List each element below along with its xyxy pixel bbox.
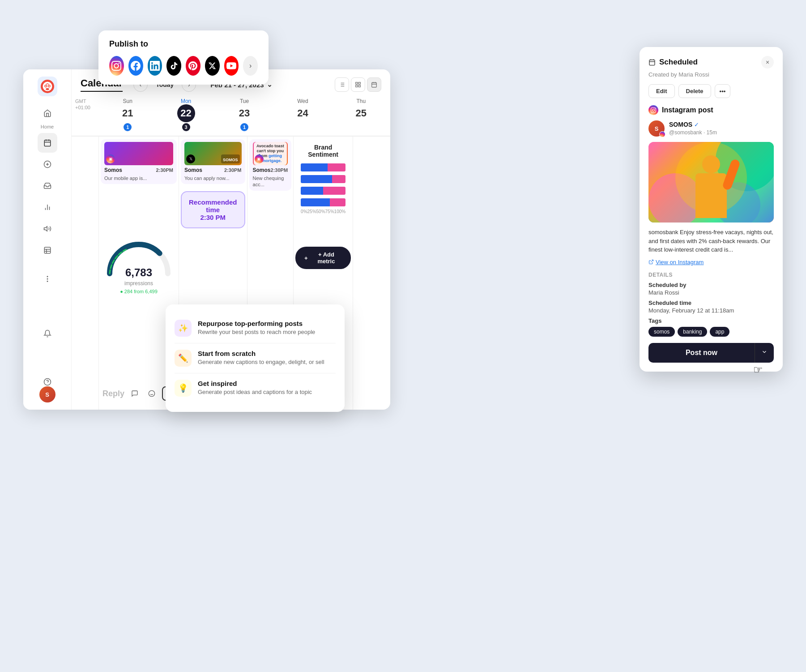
ai-assistant-panel: ✨ Repurpose top-performing posts Rewrite… — [166, 304, 345, 412]
user-avatar[interactable]: S — [39, 386, 55, 402]
scheduled-panel: Scheduled × Created by Maria Rossi Edit … — [640, 47, 783, 372]
bar-pink-2 — [332, 175, 345, 183]
post-header-tue: Somos 2:30PM — [253, 167, 288, 173]
more-options-button[interactable]: ••• — [715, 84, 731, 98]
ai-scratch-item[interactable]: ✏️ Start from scratch Generate new capti… — [175, 343, 336, 373]
post-image-sun: ▣ — [104, 142, 173, 165]
post-time-sun: 2:30PM — [156, 167, 173, 173]
account-row: S SOMOS ✓ @somosbank · 15m — [648, 120, 774, 137]
tags-row: Tags somos banking app — [648, 317, 774, 337]
post-card-sun[interactable]: ▣ Somos 2:30PM Our mobile app is... — [101, 139, 177, 184]
scheduled-time-value: Monday, February 12 at 11:18am — [648, 307, 774, 314]
tags-label: Tags — [648, 317, 774, 324]
scheduled-title: Scheduled — [659, 58, 698, 67]
post-header-sun: Somos 2:30PM — [104, 167, 173, 173]
instagram-post-icon — [648, 105, 658, 115]
sidebar-item-notifications[interactable] — [38, 324, 57, 343]
woman-head — [702, 155, 720, 173]
account-avatar: S — [648, 120, 665, 137]
ai-repurpose-title: Repurpose top-performing posts — [198, 320, 315, 327]
day-col-thu: Thu 25 — [332, 96, 390, 133]
time-col — [72, 137, 98, 410]
close-button[interactable]: × — [761, 56, 774, 68]
tue-label: Tue — [240, 98, 249, 104]
sidebar-item-analytics[interactable] — [38, 197, 57, 217]
account-name-row: SOMOS ✓ — [669, 121, 717, 128]
sidebar-item-reports[interactable] — [38, 240, 57, 260]
scheduled-title-row: Scheduled — [648, 58, 698, 67]
edit-button[interactable]: Edit — [648, 84, 675, 98]
sidebar-item-campaigns[interactable] — [38, 219, 57, 239]
post-now-button[interactable]: Post now — [648, 343, 755, 363]
sidebar-item-inbox[interactable] — [38, 176, 57, 196]
sidebar-item-compose[interactable] — [38, 154, 57, 174]
home-icon[interactable] — [38, 103, 57, 123]
date-range-dropdown[interactable]: ⌄ — [267, 81, 273, 89]
cursor-hand-icon: ☞ — [753, 364, 763, 376]
publish-panel: Publish to › — [98, 30, 269, 85]
sidebar-item-more[interactable] — [38, 269, 57, 289]
sidebar-item-calendar[interactable] — [38, 133, 57, 153]
bar-blue-3 — [301, 187, 323, 195]
chevron-down-icon — [761, 349, 768, 355]
ai-inspire-item[interactable]: 💡 Get inspired Generate post ideas and c… — [175, 373, 336, 403]
more-platforms-button[interactable]: › — [243, 56, 258, 76]
scratch-icon: ✏️ — [175, 350, 192, 367]
delete-button[interactable]: Delete — [678, 84, 711, 98]
woman-body — [695, 173, 727, 218]
sun-num: 21 — [119, 104, 136, 122]
linkedin-icon[interactable] — [148, 56, 162, 76]
instagram-icon[interactable] — [109, 56, 124, 76]
day-col-wed: Wed 24 — [273, 96, 332, 133]
impressions-delta: ● 284 from 6,499 — [101, 289, 177, 294]
tue-badge: 1 — [240, 123, 248, 131]
sun-label: Sun — [123, 98, 132, 104]
post-header-mon: Somos 2:30PM — [184, 167, 242, 173]
woman-figure — [691, 155, 731, 223]
twitter-x-icon[interactable] — [205, 56, 220, 76]
tiktok-icon[interactable] — [166, 56, 181, 76]
day-headers: GMT +01:00 Sun 21 1 Mon 22 3 Tue 23 — [72, 96, 390, 136]
list-view-button[interactable] — [335, 77, 349, 92]
facebook-icon[interactable] — [128, 56, 143, 76]
svg-point-23 — [47, 278, 48, 279]
ig-overlay-tue: ▣ — [255, 154, 264, 163]
ai-scratch-content: Start from scratch Generate new captions… — [198, 350, 324, 365]
post-text-tue: New chequing acc... — [253, 175, 288, 188]
message-icon[interactable] — [128, 387, 141, 400]
day-col-mon: Mon 22 3 — [157, 96, 215, 133]
add-metric-plus: + — [304, 255, 308, 261]
add-metric-area: + + Add metric — [295, 247, 351, 269]
rec-time-line1: Recommended time — [189, 198, 237, 214]
calendar-view-button[interactable] — [367, 77, 381, 92]
sidebar-item-home[interactable]: Home — [38, 103, 57, 129]
ig-badge — [659, 131, 665, 137]
scheduled-panel-header: Scheduled × — [648, 56, 774, 68]
account-info: SOMOS ✓ @somosbank · 15m — [669, 121, 717, 136]
hootsuite-logo — [38, 77, 57, 96]
mon-badge: 3 — [182, 123, 190, 131]
tag-app: app — [710, 327, 729, 337]
post-card-mon[interactable]: 𝕏 SOMOS Somos 2:30PM You can apply now..… — [181, 139, 245, 184]
external-link-icon — [648, 259, 654, 265]
svg-point-4 — [45, 86, 46, 87]
avatar-initials: S — [39, 386, 55, 402]
add-metric-button[interactable]: + + Add metric — [295, 247, 351, 269]
pinterest-icon[interactable] — [186, 56, 200, 76]
svg-point-22 — [47, 276, 48, 277]
tag-somos: somos — [648, 327, 675, 337]
post-text-mon: You can apply now... — [184, 175, 242, 181]
emoji-icon[interactable] — [145, 387, 158, 400]
wed-num: 24 — [294, 104, 311, 122]
post-now-dropdown-button[interactable] — [755, 343, 774, 363]
ai-repurpose-item[interactable]: ✨ Repurpose top-performing posts Rewrite… — [175, 313, 336, 343]
svg-rect-33 — [356, 82, 358, 84]
grid-view-button[interactable] — [351, 77, 365, 92]
thu-num: 25 — [352, 104, 370, 122]
recommended-time-badge: Recommended time 2:30 PM — [181, 191, 245, 228]
view-on-instagram-link[interactable]: View on Instagram — [648, 259, 774, 265]
svg-rect-18 — [44, 247, 51, 253]
ig-post-label: Instagram post — [648, 105, 774, 115]
post-card-tue[interactable]: Avocado toastcan't stop youfrom gettinga… — [249, 139, 292, 191]
youtube-icon[interactable] — [224, 56, 239, 76]
